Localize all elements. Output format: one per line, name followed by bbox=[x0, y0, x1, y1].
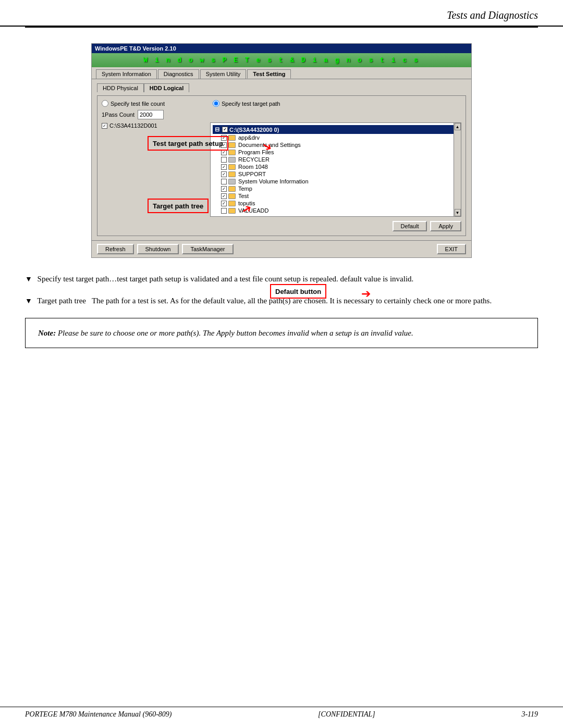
tree-item-toputis[interactable]: toputis bbox=[221, 200, 459, 207]
tree-root-checkbox[interactable] bbox=[222, 127, 228, 132]
tree-item-support[interactable]: SUPPORT bbox=[221, 170, 459, 178]
tree-item-room-checkbox[interactable] bbox=[221, 164, 227, 170]
tree-item-test[interactable]: Test bbox=[221, 192, 459, 200]
tree-item-temp-label: Temp bbox=[238, 186, 252, 192]
settings-panel: Specify test file count Specify test tar… bbox=[97, 95, 466, 236]
passcount-input[interactable] bbox=[138, 110, 164, 119]
tree-item-appdrv[interactable]: app&drv bbox=[221, 134, 459, 141]
left-column: C:\S3A41132D001 bbox=[102, 122, 206, 217]
window-banner: W i n d o w s P E T e s t & D i a g n o … bbox=[92, 53, 471, 67]
subtab-bar: HDD Physical HDD Logical bbox=[97, 83, 466, 92]
subtab-hdd-physical[interactable]: HDD Physical bbox=[97, 83, 144, 92]
body-para-1: ▼ Specify test target path…test target p… bbox=[25, 273, 538, 285]
note-box: Note: Please be sure to choose one or mo… bbox=[25, 318, 538, 348]
taskmanager-button[interactable]: TaskManager bbox=[182, 244, 233, 254]
tree-view-panel: ⊟ C:\(S3A4432000 0) app&drv bbox=[210, 122, 461, 217]
radio-target-path-input[interactable] bbox=[213, 100, 219, 107]
body-para-2: ▼ Target path tree The path for a test i… bbox=[25, 294, 538, 307]
tree-item-sysvolinfo[interactable]: System Volume Information bbox=[221, 178, 459, 185]
folder-icon-temp bbox=[228, 186, 236, 192]
tree-expand-icon: ⊟ bbox=[215, 126, 219, 133]
tree-item-appdrv-label: app&drv bbox=[238, 134, 260, 141]
folder-icon-test bbox=[228, 193, 236, 199]
page-footer: PORTEGE M780 Maintenance Manual (960-809… bbox=[0, 707, 563, 719]
tree-item-appdrv-checkbox[interactable] bbox=[221, 135, 227, 141]
footer-center: [CONFIDENTIAL] bbox=[318, 710, 375, 719]
folder-icon-valueadd bbox=[228, 208, 236, 214]
tree-item-valueadd-label: VALUEADD bbox=[238, 207, 268, 214]
radio-file-count-input[interactable] bbox=[102, 100, 108, 107]
subtab-hdd-logical[interactable]: HDD Logical bbox=[144, 83, 189, 92]
main-content: WindowsPE T&D Version 2.10 W i n d o w s… bbox=[0, 28, 563, 369]
page-title: Tests and Diagnostics bbox=[447, 9, 538, 21]
folder-icon-appdrv bbox=[228, 135, 236, 141]
checkbox-drive-label: C:\S3A41132D001 bbox=[109, 122, 157, 129]
tree-item-room[interactable]: Room 1048 bbox=[221, 163, 459, 170]
tree-item-test-checkbox[interactable] bbox=[221, 193, 227, 199]
tree-item-docs-checkbox[interactable] bbox=[221, 142, 227, 148]
tree-item-valueadd-checkbox[interactable] bbox=[221, 208, 227, 214]
shutdown-button[interactable]: Shutdown bbox=[137, 244, 179, 254]
passcount-row: 1Pass Count bbox=[102, 110, 461, 119]
tree-scrollbar[interactable]: ▲ ▼ bbox=[454, 123, 461, 216]
folder-icon-docs bbox=[228, 142, 236, 148]
tab-system-utility[interactable]: System Utility bbox=[200, 69, 247, 79]
refresh-button[interactable]: Refresh bbox=[97, 244, 134, 254]
tree-item-room-label: Room 1048 bbox=[238, 164, 268, 170]
tree-item-progfiles-label: Program Files bbox=[238, 149, 274, 155]
twocol-layout: C:\S3A41132D001 ⊟ C:\(S3A4432000 0) bbox=[102, 122, 461, 217]
radio-target-path[interactable]: Specify test target path bbox=[213, 100, 280, 107]
window-body: HDD Physical HDD Logical Specify test fi… bbox=[92, 79, 471, 240]
window-titlebar: WindowsPE T&D Version 2.10 bbox=[92, 44, 471, 53]
tab-bar: System Information Diagnostics System Ut… bbox=[92, 67, 471, 79]
tree-item-valueadd[interactable]: VALUEADD bbox=[221, 207, 459, 214]
tree-item-docs-label: Documents and Settings bbox=[238, 142, 301, 148]
bullet-1: ▼ bbox=[25, 275, 32, 283]
radio-target-path-label: Specify test target path bbox=[222, 101, 280, 107]
note-text: Please be sure to choose one or more pat… bbox=[56, 329, 413, 337]
radio-file-count[interactable]: Specify test file count bbox=[102, 100, 165, 107]
tab-diagnostics[interactable]: Diagnostics bbox=[158, 69, 199, 79]
body-text-2: Target path tree The path for a test is … bbox=[37, 297, 492, 305]
tab-test-setting[interactable]: Test Setting bbox=[247, 69, 291, 79]
folder-icon-sysvolinfo bbox=[228, 179, 236, 184]
checkbox-drive[interactable]: C:\S3A41132D001 bbox=[102, 122, 206, 129]
default-button[interactable]: Default bbox=[393, 221, 427, 231]
folder-icon-progfiles bbox=[228, 150, 236, 155]
tree-item-temp-checkbox[interactable] bbox=[221, 186, 227, 192]
tree-root-item[interactable]: ⊟ C:\(S3A4432000 0) bbox=[213, 125, 459, 134]
radio-row: Specify test file count Specify test tar… bbox=[102, 100, 461, 107]
tree-item-sysvolinfo-label: System Volume Information bbox=[238, 178, 309, 184]
tree-item-sysvolinfo-checkbox[interactable] bbox=[221, 179, 227, 184]
footer-left: PORTEGE M780 Maintenance Manual (960-809… bbox=[25, 710, 172, 719]
tab-system-info[interactable]: System Information bbox=[96, 69, 157, 79]
page-header: Tests and Diagnostics bbox=[0, 0, 563, 27]
panel-bottom-buttons: Default Apply bbox=[102, 221, 461, 231]
tree-item-recycler-label: RECYCLER bbox=[238, 156, 270, 163]
tree-children: app&drv Documents and Settings bbox=[213, 134, 459, 214]
tree-item-temp[interactable]: Temp bbox=[221, 185, 459, 192]
tree-item-test-label: Test bbox=[238, 193, 249, 199]
tree-item-progfiles-checkbox[interactable] bbox=[221, 150, 227, 155]
tree-item-recycler-checkbox[interactable] bbox=[221, 157, 227, 163]
tree-root-label: C:\(S3A4432000 0) bbox=[229, 127, 279, 133]
tree-item-docs[interactable]: Documents and Settings bbox=[221, 141, 459, 149]
tree-item-recycler[interactable]: RECYCLER bbox=[221, 156, 459, 163]
scroll-up-arrow[interactable]: ▲ bbox=[455, 123, 461, 130]
exit-button[interactable]: EXIT bbox=[437, 244, 466, 254]
footer-left-buttons: Refresh Shutdown TaskManager bbox=[97, 244, 234, 254]
radio-file-count-label: Specify test file count bbox=[111, 101, 165, 107]
tree-item-progfiles[interactable]: Program Files bbox=[221, 149, 459, 156]
tree-item-toputis-checkbox[interactable] bbox=[221, 201, 227, 206]
tree-item-support-checkbox[interactable] bbox=[221, 171, 227, 177]
scroll-down-arrow[interactable]: ▼ bbox=[455, 209, 461, 216]
folder-icon-support bbox=[228, 171, 236, 177]
folder-icon-room bbox=[228, 164, 236, 170]
tree-item-toputis-label: toputis bbox=[238, 200, 255, 206]
note-bold-label: Note: bbox=[38, 329, 56, 337]
screenshot-wrapper: WindowsPE T&D Version 2.10 W i n d o w s… bbox=[25, 43, 538, 258]
apply-button[interactable]: Apply bbox=[430, 221, 461, 231]
checkbox-drive-box[interactable] bbox=[102, 123, 107, 129]
folder-icon-recycler bbox=[228, 157, 236, 163]
bullet-2: ▼ bbox=[25, 297, 32, 305]
